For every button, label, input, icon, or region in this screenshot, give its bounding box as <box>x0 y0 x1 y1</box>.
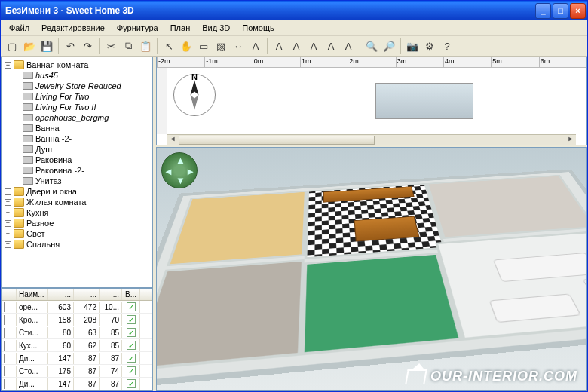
folder-icon <box>14 187 24 196</box>
open-file-icon[interactable]: 📂 <box>21 38 38 54</box>
furniture-table[interactable]: Наим............В...оре...60347210...✓Кр… <box>1 288 153 391</box>
window-title: БезИмени 3 - Sweet Home 3D <box>5 5 534 16</box>
table-row[interactable]: Сто...1758774✓ <box>2 365 152 378</box>
titlebar[interactable]: БезИмени 3 - Sweet Home 3D _ □ × <box>1 1 587 20</box>
tree-category[interactable]: +Свет <box>3 228 151 239</box>
menu-План[interactable]: План <box>165 22 196 34</box>
wall-icon[interactable]: ▭ <box>195 38 212 54</box>
visible-checkbox[interactable]: ✓ <box>127 302 136 311</box>
zoom-out-icon[interactable]: 🔎 <box>381 38 397 54</box>
table-row[interactable]: Кро...15820870✓ <box>2 314 152 326</box>
expander-icon[interactable]: + <box>5 231 11 237</box>
folder-icon <box>14 219 24 228</box>
maximize-button[interactable]: □ <box>553 3 568 19</box>
item-icon <box>23 103 33 111</box>
nav-pad[interactable]: ▲ ▼ ◄ ► <box>161 152 198 188</box>
zoom-in-icon[interactable]: 🔍 <box>363 38 380 54</box>
row-icon <box>4 354 5 363</box>
visible-checkbox[interactable]: ✓ <box>127 379 136 388</box>
folder-icon <box>14 208 24 217</box>
scroll-right-icon[interactable]: ► <box>565 135 576 145</box>
paste-icon[interactable]: 📋 <box>137 38 154 54</box>
pointer-icon[interactable]: ↖ <box>161 38 177 54</box>
menu-Помощь[interactable]: Помощь <box>237 22 280 34</box>
tree-item[interactable]: Living For Two II <box>3 102 151 112</box>
tree-item[interactable]: Душ <box>3 144 151 155</box>
item-icon <box>23 72 33 79</box>
tree-category[interactable]: +Кухня <box>3 207 151 218</box>
tree-item[interactable]: Ванна -2- <box>3 133 151 144</box>
scroll-left-icon[interactable]: ◄ <box>167 135 178 145</box>
item-icon <box>23 93 33 100</box>
compass-north-label: N <box>191 72 198 81</box>
tree-item[interactable]: openhouse_berging <box>3 112 151 123</box>
tree-category[interactable]: +Двери и окна <box>3 186 151 197</box>
row-icon <box>4 366 5 376</box>
tree-category[interactable]: +Разное <box>3 218 151 228</box>
tree-item[interactable]: Раковина <box>3 155 151 165</box>
table-row[interactable]: Кух...606285✓ <box>2 339 152 352</box>
expander-icon[interactable]: + <box>5 241 11 248</box>
tree-item[interactable]: Jewelry Store Reduced <box>3 81 151 91</box>
expander-icon[interactable]: − <box>5 62 11 69</box>
nav-right-icon[interactable]: ► <box>185 166 195 177</box>
expander-icon[interactable]: + <box>5 199 11 206</box>
tree-item[interactable]: Унитаз <box>3 176 151 186</box>
text-a5-icon[interactable]: A <box>340 38 357 54</box>
compass[interactable]: N <box>173 74 216 116</box>
nav-left-icon[interactable]: ◄ <box>164 166 173 177</box>
close-button[interactable]: × <box>570 3 586 19</box>
help-icon[interactable]: ? <box>439 38 455 54</box>
table-row[interactable]: оре...60347210...✓ <box>2 301 152 314</box>
menu-Файл[interactable]: Файл <box>4 22 35 34</box>
visible-checkbox[interactable]: ✓ <box>127 366 136 375</box>
menu-Фурнитура[interactable]: Фурнитура <box>112 22 164 34</box>
menu-Вид 3D[interactable]: Вид 3D <box>197 22 235 34</box>
row-icon <box>4 315 5 325</box>
plan-view[interactable]: -2m-1m0m1m2m3m4m5m6m N ◄ ► <box>156 57 587 145</box>
snapshot-icon[interactable]: 📷 <box>404 38 421 54</box>
pan-icon[interactable]: ✋ <box>178 38 194 54</box>
expander-icon[interactable]: + <box>5 220 11 227</box>
visible-checkbox[interactable]: ✓ <box>127 315 136 324</box>
catalog-tree[interactable]: −Ванная комнатаhus45Jewelry Store Reduce… <box>1 57 153 288</box>
tree-item[interactable]: Раковина -2- <box>3 165 151 176</box>
toolbar: ▢📂💾↶↷✂⧉📋↖✋▭▧↔AAAAAA🔍🔎📷⚙? <box>1 36 587 57</box>
redo-icon[interactable]: ↷ <box>79 38 96 54</box>
scroll-thumb[interactable] <box>179 136 375 145</box>
visible-checkbox[interactable]: ✓ <box>127 354 136 363</box>
tree-item[interactable]: hus45 <box>3 70 151 81</box>
table-row[interactable]: Ди...1478787✓ <box>2 378 152 390</box>
text-icon[interactable]: A <box>247 38 264 54</box>
room-icon[interactable]: ▧ <box>213 38 229 54</box>
table-row[interactable]: Сти...806385✓ <box>2 326 152 339</box>
expander-icon[interactable]: + <box>5 188 11 195</box>
text-a4-icon[interactable]: A <box>323 38 339 54</box>
visible-checkbox[interactable]: ✓ <box>127 328 136 337</box>
tree-item[interactable]: Ванна <box>3 123 151 133</box>
save-icon[interactable]: 💾 <box>38 38 55 54</box>
table-row[interactable]: Ди...1478787✓ <box>2 352 152 365</box>
view-3d[interactable]: ▲ ▼ ◄ ► <box>156 147 587 391</box>
prefs-icon[interactable]: ⚙ <box>421 38 438 54</box>
table-header[interactable]: Наим............В... <box>2 289 152 301</box>
plan-scrollbar[interactable]: ◄ ► <box>167 134 576 145</box>
text-a1-icon[interactable]: A <box>271 38 287 54</box>
copy-icon[interactable]: ⧉ <box>120 38 136 54</box>
text-a3-icon[interactable]: A <box>305 38 322 54</box>
item-icon <box>23 177 33 185</box>
menu-Редактирование[interactable]: Редактирование <box>36 22 110 34</box>
visible-checkbox[interactable]: ✓ <box>127 341 136 350</box>
cut-icon[interactable]: ✂ <box>103 38 119 54</box>
text-a2-icon[interactable]: A <box>288 38 305 54</box>
new-file-icon[interactable]: ▢ <box>4 38 20 54</box>
expander-icon[interactable]: + <box>5 210 11 216</box>
tree-category[interactable]: +Жилая комната <box>3 197 151 207</box>
nav-up-icon[interactable]: ▲ <box>176 155 185 166</box>
tree-item[interactable]: Living For Two <box>3 91 151 102</box>
minimize-button[interactable]: _ <box>535 3 551 19</box>
undo-icon[interactable]: ↶ <box>62 38 78 54</box>
nav-down-icon[interactable]: ▼ <box>176 175 185 186</box>
dimension-icon[interactable]: ↔ <box>230 38 247 54</box>
tree-category[interactable]: +Спальня <box>3 239 151 250</box>
